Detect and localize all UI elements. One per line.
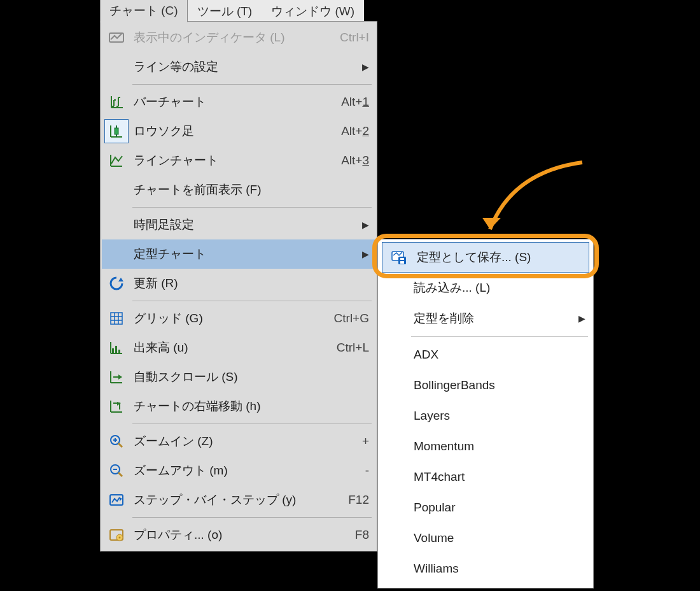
volume-icon: [104, 336, 129, 360]
properties-icon: [104, 523, 129, 547]
zoom-in-icon: [104, 429, 129, 453]
indicator-icon: [108, 29, 125, 46]
submenu-item[interactable]: ADX: [379, 339, 592, 370]
line-chart-icon: [104, 148, 129, 173]
autoscroll-icon: [104, 365, 129, 389]
menu-item[interactable]: チャートの右端移動 (h): [102, 392, 375, 421]
menu-item-label: ライン等の設定: [134, 59, 357, 75]
submenu-item[interactable]: Volume: [379, 523, 592, 553]
menu-item-label: 出来高 (u): [134, 339, 332, 356]
grid-icon: [104, 306, 129, 331]
menu-item-shortcut: Alt+3: [341, 153, 369, 167]
menu-item-shortcut: Ctrl+G: [334, 311, 369, 325]
submenu-item-label: BollingerBands: [414, 378, 585, 392]
candle-chart-icon: [104, 119, 129, 143]
menu-item-icon-empty: [104, 242, 129, 266]
submenu-item-label: Popular: [414, 501, 585, 515]
menu-item[interactable]: バーチャートAlt+1: [102, 87, 375, 117]
menu-item-icon-empty: [383, 436, 407, 457]
menu-separator: [132, 207, 372, 208]
menu-item-icon-empty: [383, 497, 407, 518]
menu-item[interactable]: プロパティ... (o)F8: [102, 520, 375, 550]
menu-item[interactable]: 自動スクロール (S): [102, 362, 375, 392]
menu-item-label: グリッド (G): [134, 310, 329, 327]
menu-item-shortcut: +: [362, 434, 369, 448]
bar-chart-icon: [108, 94, 125, 110]
menu-item[interactable]: ロウソク足Alt+2: [102, 117, 375, 146]
zoom-out-icon: [108, 462, 125, 479]
menu-tab[interactable]: ツール (T): [188, 0, 262, 22]
menu-item-shortcut: F12: [348, 493, 369, 507]
save-template-icon: [390, 249, 407, 266]
menu-tab[interactable]: チャート (C): [100, 0, 188, 22]
menu-item-label: 表示中のインディケータ (L): [134, 29, 335, 46]
menu-separator: [132, 424, 372, 424]
menu-item-label: チャートの右端移動 (h): [134, 398, 369, 415]
submenu-item-label: Layers: [414, 409, 585, 423]
submenu-item-label: 定型を削除: [414, 310, 578, 327]
menu-item[interactable]: チャートを前面表示 (F): [102, 175, 375, 204]
submenu-item-label: ADX: [414, 348, 585, 362]
menu-item-icon-empty: [383, 308, 407, 329]
submenu-item[interactable]: 定型を削除▶: [379, 303, 592, 334]
zoom-out-icon: [104, 459, 129, 483]
menu-item-icon-empty: [383, 345, 407, 365]
chart-menu-dropdown: 表示中のインディケータ (L)Ctrl+Iライン等の設定▶バーチャートAlt+1…: [100, 21, 377, 552]
submenu-item[interactable]: BollingerBands: [379, 370, 592, 401]
menu-item-label: 更新 (R): [134, 275, 369, 292]
menu-item-icon-empty: [104, 55, 129, 79]
refresh-icon: [108, 275, 125, 292]
submenu-item[interactable]: MT4chart: [379, 462, 592, 492]
menu-item-shortcut: Alt+1: [341, 95, 369, 109]
candle-chart-icon: [108, 123, 125, 139]
menu-item-icon-empty: [383, 406, 407, 426]
menu-item[interactable]: 定型チャート▶: [102, 239, 375, 269]
submenu-item-label: Volume: [414, 531, 585, 545]
menu-item-label: バーチャート: [134, 94, 336, 110]
menu-item-label: 定型チャート: [134, 246, 357, 262]
submenu-item[interactable]: Williams: [379, 553, 592, 584]
submenu-arrow-icon: ▶: [362, 62, 369, 72]
menu-item[interactable]: 時間足設定▶: [102, 210, 375, 239]
menu-separator: [411, 336, 588, 337]
menu-item[interactable]: ライン等の設定▶: [102, 52, 375, 82]
menu-item-shortcut: F8: [355, 528, 369, 542]
menu-item[interactable]: ステップ・バイ・ステップ (y)F12: [102, 485, 375, 515]
submenu-item[interactable]: Popular: [379, 492, 592, 523]
menu-tab[interactable]: ウィンドウ (W): [262, 0, 364, 22]
submenu-item[interactable]: 定型として保存... (S): [382, 242, 589, 273]
menu-item-label: 自動スクロール (S): [134, 369, 369, 385]
menu-item-shortcut: Ctrl+L: [337, 341, 369, 355]
grid-icon: [108, 310, 125, 327]
menu-item-label: チャートを前面表示 (F): [134, 182, 369, 198]
menu-item[interactable]: 出来高 (u)Ctrl+L: [102, 333, 375, 362]
menu-item-icon-empty: [383, 375, 407, 395]
submenu-item-label: Williams: [414, 562, 585, 576]
menu-item[interactable]: ラインチャートAlt+3: [102, 146, 375, 175]
menu-item[interactable]: ズームイン (Z)+: [102, 427, 375, 456]
step-icon: [104, 488, 129, 512]
svg-marker-0: [482, 218, 501, 229]
bar-chart-icon: [104, 90, 129, 114]
menu-separator: [132, 517, 372, 518]
menu-separator: [132, 84, 372, 85]
menu-separator: [132, 301, 372, 301]
indicator-icon: [104, 25, 129, 50]
volume-icon: [108, 339, 125, 356]
menu-item[interactable]: 更新 (R): [102, 269, 375, 298]
submenu-item[interactable]: 読み込み... (L): [379, 273, 592, 303]
menu-item-icon-empty: [383, 559, 407, 579]
autoscroll-icon: [108, 369, 125, 385]
menu-item-label: ズームイン (Z): [134, 433, 357, 450]
menu-bar: チャート (C)ツール (T)ウィンドウ (W): [100, 0, 364, 22]
submenu-item-label: 定型として保存... (S): [417, 249, 582, 266]
submenu-item[interactable]: Momentum: [379, 431, 592, 462]
menu-item[interactable]: グリッド (G)Ctrl+G: [102, 304, 375, 333]
submenu-item[interactable]: Layers: [379, 401, 592, 431]
refresh-icon: [104, 271, 129, 296]
zoom-in-icon: [108, 433, 125, 450]
menu-item-icon-empty: [104, 178, 129, 202]
menu-item-label: ラインチャート: [134, 152, 336, 169]
submenu-item-label: Momentum: [414, 439, 585, 453]
menu-item[interactable]: ズームアウト (m)-: [102, 456, 375, 485]
